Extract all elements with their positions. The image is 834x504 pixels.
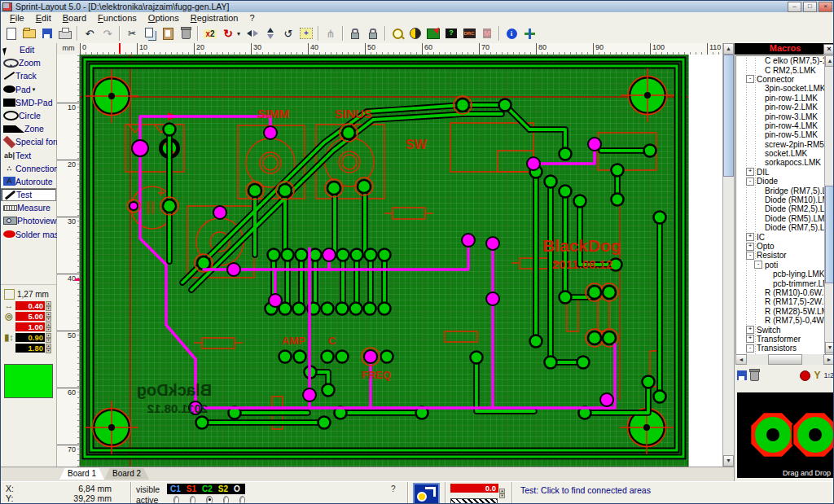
macro-preview[interactable]: Drag and Drop	[737, 392, 833, 478]
macro-tree-item[interactable]: pin-row-4.LMK	[736, 121, 825, 130]
macro-tree-item[interactable]: socket.LMK	[736, 149, 825, 158]
track-width-spinner[interactable]: ▲▼	[46, 301, 51, 310]
tool-button[interactable]: Track	[1, 69, 56, 82]
macro-tree-item[interactable]: + Transformer	[736, 335, 825, 344]
undo-button[interactable]: ↶	[81, 25, 99, 42]
macro-tree-item[interactable]: C RM2,5.LMK	[736, 65, 825, 74]
flip-vertical-button[interactable]	[261, 25, 279, 42]
layer-label[interactable]: S2	[218, 484, 228, 493]
macro-tree-item[interactable]: pcb-lying.LMK	[736, 270, 825, 278]
macro-tree-item[interactable]: pin-row-5.LMK	[736, 130, 825, 139]
rotate-90-button[interactable]: ↺	[279, 25, 297, 42]
macro-tree-item[interactable]: R (RM10)-0.6W.LMK	[736, 288, 825, 297]
drc-button[interactable]: DRC	[460, 25, 478, 42]
tree-toggle-icon[interactable]	[754, 214, 762, 222]
smd-width-spinner[interactable]: ▲▼	[46, 333, 51, 342]
macro-tree-item[interactable]: Diode (RM10).LMK	[736, 195, 825, 204]
test-mode-button[interactable]: ?	[442, 25, 460, 42]
tree-toggle-icon[interactable]: +	[746, 326, 754, 334]
origin-button[interactable]	[520, 25, 538, 42]
photoview-button[interactable]	[406, 25, 424, 42]
tree-toggle-icon[interactable]	[754, 298, 762, 306]
active-layer-radio[interactable]	[239, 496, 245, 504]
menu-item[interactable]: Edit	[30, 13, 57, 23]
tool-button[interactable]: Zoom	[1, 56, 56, 69]
tree-toggle-icon[interactable]	[754, 66, 762, 74]
tree-toggle-icon[interactable]	[754, 85, 762, 93]
paste-button[interactable]	[159, 25, 177, 42]
scrollbar-thumb[interactable]	[825, 186, 834, 283]
macro-tree-item[interactable]: - poti	[736, 261, 825, 270]
tree-toggle-icon[interactable]	[762, 279, 770, 287]
scroll-up-icon[interactable]: ▲	[825, 55, 834, 67]
pad-diameter-spinner[interactable]: ▲▼	[46, 312, 51, 321]
hatch-pattern-swatch[interactable]	[450, 498, 498, 504]
macro-tree-item[interactable]: pin-row-3.LMK	[736, 112, 825, 121]
tree-toggle-icon[interactable]	[754, 57, 762, 65]
tree-toggle-icon[interactable]	[754, 94, 762, 102]
board-view-button[interactable]	[424, 25, 442, 42]
delete-macro-button[interactable]	[750, 370, 759, 381]
scrollbar-thumb[interactable]	[723, 55, 734, 177]
macro-tree-item[interactable]: - Diode	[736, 177, 825, 186]
board-tab[interactable]: Board 2	[104, 468, 149, 480]
tree-toggle-icon[interactable]	[754, 140, 762, 148]
macro-tree-item[interactable]: Diode (RM5).LMK	[736, 214, 825, 223]
netlist-button[interactable]: ⋔	[322, 25, 340, 42]
rotate-dropdown-icon[interactable]: ▾	[237, 30, 244, 37]
tree-toggle-icon[interactable]	[754, 121, 762, 129]
track-width-value[interactable]: 0.40	[15, 301, 45, 310]
smd-height-value[interactable]: 1.80	[15, 344, 45, 353]
macro-tree-item[interactable]: R (RM17,5)-2W.LMK	[736, 297, 825, 306]
canvas-vertical-scrollbar[interactable]: ▲ ▼	[722, 43, 734, 467]
macro-tree-item[interactable]: C elko (RM7,5)-15mm.LMK	[736, 56, 825, 65]
pcb-drawing[interactable]: SIMM SINUS SW AMP C FREQ BlackDog 2011.0…	[80, 55, 722, 467]
layer-label[interactable]: C2	[202, 484, 213, 493]
tree-toggle-icon[interactable]	[754, 131, 762, 139]
scale-x2-button[interactable]: x2	[201, 25, 219, 42]
zoom-tool-button[interactable]	[388, 25, 406, 42]
macro-tree-item[interactable]: + IC	[736, 232, 825, 241]
tool-button[interactable]: ∴ Connections	[1, 162, 56, 175]
new-file-button[interactable]	[2, 25, 20, 42]
macro-fork-icon[interactable]: Y	[814, 370, 820, 381]
macro-record-icon[interactable]	[800, 370, 810, 381]
tree-toggle-icon[interactable]	[754, 159, 762, 167]
pad-dropdown-icon[interactable]: ▾	[33, 86, 36, 93]
active-layer-radio[interactable]	[190, 496, 195, 504]
macro-tree-item[interactable]: Diode (RM7,5).LMK	[736, 223, 825, 232]
save-button[interactable]	[38, 25, 56, 42]
track-width-readout[interactable]: 0.0	[450, 484, 498, 493]
tool-button[interactable]: A Autoroute	[1, 175, 56, 188]
tree-toggle-icon[interactable]: +	[746, 168, 754, 176]
macro-tree-item[interactable]: - Connector	[736, 75, 825, 84]
delete-button[interactable]	[177, 25, 195, 42]
layer-label[interactable]: C1	[170, 484, 181, 493]
scroll-right-icon[interactable]: ►	[823, 354, 834, 365]
macro-tree-item[interactable]: screw-2pin-RM5.LMK	[736, 140, 825, 149]
info-button[interactable]: i	[503, 25, 520, 42]
macro-layer-swap-button[interactable]: 1↕2	[823, 371, 833, 379]
tool-button[interactable]: Pad ▾	[1, 83, 56, 96]
cut-button[interactable]: ✂	[123, 25, 141, 42]
tool-button[interactable]: Test	[1, 188, 56, 201]
tree-toggle-icon[interactable]	[754, 186, 762, 195]
macro-tree-item[interactable]: + DIL	[736, 168, 825, 177]
menu-item[interactable]: Options	[143, 13, 185, 23]
macro-tree-item[interactable]: 3pin-socket.LMK	[736, 84, 825, 93]
macro-tree-item[interactable]: + Switch	[736, 325, 825, 334]
layer-color-swatch[interactable]	[4, 364, 53, 398]
tree-toggle-icon[interactable]: +	[746, 335, 754, 343]
rotate-button[interactable]: ↻	[219, 25, 237, 42]
tree-toggle-icon[interactable]: -	[746, 177, 754, 186]
tree-toggle-icon[interactable]: -	[746, 252, 754, 260]
tree-toggle-icon[interactable]: +	[746, 233, 754, 241]
macro-tree-item[interactable]: R (RM7,5)-0,4W.LMK	[736, 316, 825, 325]
tree-toggle-icon[interactable]	[754, 224, 762, 232]
macro-tree-item[interactable]: pin-row-1.LMK	[736, 94, 825, 103]
scroll-left-icon[interactable]: ◄	[735, 354, 747, 365]
macro-tree-item[interactable]: pcb-trimmer.LMK	[736, 278, 825, 287]
macro-tree-hscrollbar[interactable]: ◄ ►	[735, 354, 834, 365]
redo-button[interactable]: ↷	[99, 25, 116, 42]
menu-item[interactable]: ?	[244, 13, 260, 23]
